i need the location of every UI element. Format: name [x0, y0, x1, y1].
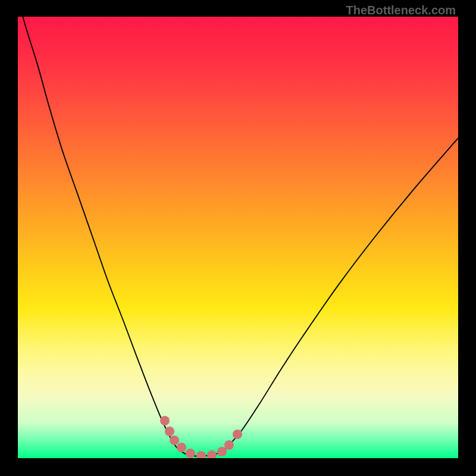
data-point — [165, 427, 174, 436]
attribution-text: TheBottleneck.com — [346, 4, 456, 17]
data-point — [186, 449, 195, 458]
data-point — [207, 450, 217, 458]
outer-frame: TheBottleneck.com — [0, 0, 476, 476]
data-point — [233, 430, 242, 439]
data-point — [160, 416, 170, 425]
data-point — [196, 451, 206, 458]
curve-path — [18, 17, 458, 456]
plot-area — [18, 17, 458, 458]
data-point — [217, 447, 227, 456]
data-point — [177, 443, 186, 452]
bottleneck-curve — [18, 17, 458, 458]
data-point — [224, 440, 234, 450]
